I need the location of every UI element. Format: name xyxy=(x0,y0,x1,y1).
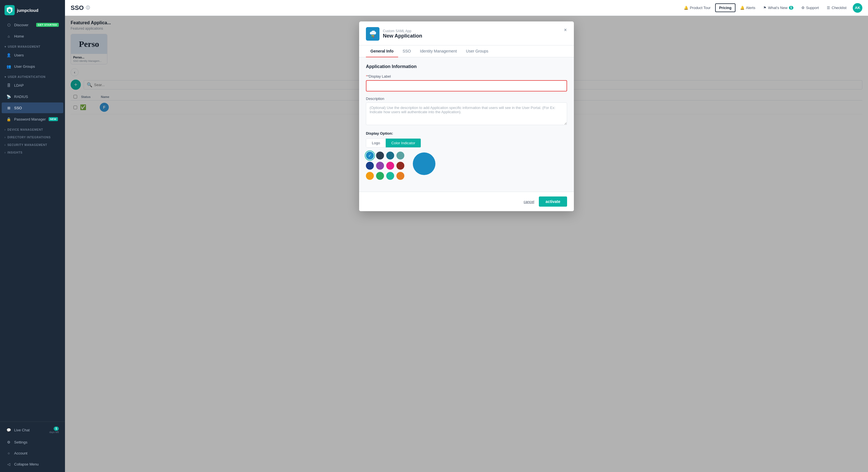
settings-icon: ⚙ xyxy=(6,440,11,445)
sidebar-item-user-groups[interactable]: 👥 User Groups xyxy=(2,61,63,72)
whats-new-button[interactable]: ⚑ What's New 5 xyxy=(760,4,797,11)
modal-close-button[interactable]: × xyxy=(561,26,569,34)
users-icon: 👥 xyxy=(6,64,11,69)
chevron-down-icon: ▾ xyxy=(4,45,6,48)
saml-icon-svg xyxy=(368,29,378,39)
section-user-management[interactable]: ▾ USER MANAGEMENT xyxy=(0,42,65,49)
color-9[interactable] xyxy=(366,172,374,180)
chat-icon: 💬 xyxy=(6,428,11,433)
saml-app-icon xyxy=(366,27,379,41)
section-insights[interactable]: › INSIGHTS xyxy=(0,148,65,155)
modal-body: Application Information **Display Label … xyxy=(359,57,574,192)
get-started-badge: GET STARTED xyxy=(36,23,59,27)
support-button[interactable]: ⚙ Support xyxy=(798,4,823,11)
user-icon: 👤 xyxy=(6,53,11,58)
modal-app-name: New Application xyxy=(383,33,422,39)
wifi-icon: 📡 xyxy=(6,94,11,99)
tab-general-info[interactable]: General Info xyxy=(366,45,398,57)
chevron-down-icon: ▾ xyxy=(4,75,6,78)
color-8[interactable] xyxy=(396,162,404,170)
compass-icon: ⬡ xyxy=(6,22,11,27)
color-3[interactable] xyxy=(386,151,394,160)
display-label-input[interactable] xyxy=(366,80,567,92)
cancel-button[interactable]: cancel xyxy=(524,200,534,204)
svg-rect-5 xyxy=(373,36,374,38)
description-group: Description xyxy=(366,97,567,126)
description-textarea[interactable] xyxy=(366,102,567,125)
tab-user-groups[interactable]: User Groups xyxy=(461,45,493,57)
support-icon: ⚙ xyxy=(801,6,805,10)
info-icon[interactable]: ⓘ xyxy=(86,5,90,10)
product-tour-button[interactable]: 🔔 Product Tour xyxy=(680,4,714,11)
color-11[interactable] xyxy=(386,172,394,180)
section-directory[interactable]: › DIRECTORY INTEGRATIONS xyxy=(0,132,65,140)
collapse-icon: ◁ xyxy=(6,462,11,467)
tab-sso[interactable]: SSO xyxy=(398,45,415,57)
home-icon: ⌂ xyxy=(6,34,11,39)
topbar: SSO ⓘ 🔔 Product Tour Pricing 🔔 Alerts ⚑ xyxy=(65,0,868,16)
display-option-label: Display Option: xyxy=(366,131,567,135)
section-device-mgmt[interactable]: › DEVICE MANAGEMENT xyxy=(0,125,65,132)
lock-icon: 🔒 xyxy=(6,116,11,122)
section-user-auth[interactable]: ▾ USER AUTHENTICATION xyxy=(0,72,65,79)
server-icon: 🗄 xyxy=(6,83,11,88)
chevron-right-icon: › xyxy=(4,151,6,154)
topbar-actions: 🔔 Product Tour Pricing 🔔 Alerts ⚑ What's… xyxy=(680,3,862,13)
color-6[interactable] xyxy=(376,162,384,170)
display-option-btn-group: Logo Color Indicator xyxy=(366,138,421,148)
new-application-modal: Custom SAML App New Application × Genera… xyxy=(359,22,574,211)
modal-app-header: Custom SAML App New Application × xyxy=(359,22,574,45)
alerts-button[interactable]: 🔔 Alerts xyxy=(737,4,758,11)
color-7[interactable] xyxy=(386,162,394,170)
sidebar: jumpcloud ⬡ Discover GET STARTED ⌂ Home … xyxy=(0,0,65,472)
sidebar-item-radius[interactable]: 📡 RADIUS xyxy=(2,91,63,102)
color-2[interactable] xyxy=(376,151,384,160)
tab-identity-management[interactable]: Identity Management xyxy=(415,45,461,57)
sidebar-item-users[interactable]: 👤 Users xyxy=(2,50,63,60)
modal-overlay: Custom SAML App New Application × Genera… xyxy=(65,16,868,472)
sidebar-item-collapse[interactable]: ◁ Collapse Menu xyxy=(2,459,63,469)
color-10[interactable] xyxy=(376,172,384,180)
sidebar-item-home[interactable]: ⌂ Home xyxy=(2,31,63,41)
sidebar-item-live-chat[interactable]: 💬 Live Chat 5 days left xyxy=(2,424,63,436)
color-preview xyxy=(413,153,435,175)
display-label-group: **Display Label xyxy=(366,74,567,92)
color-1[interactable]: ✓ xyxy=(366,151,374,160)
chevron-right-icon: › xyxy=(4,128,6,131)
user-avatar[interactable]: AK xyxy=(853,3,862,13)
sidebar-logo[interactable]: jumpcloud xyxy=(0,0,65,19)
jumpcloud-logo-icon xyxy=(4,5,15,15)
display-label-label: **Display Label xyxy=(366,74,567,78)
logo-btn[interactable]: Logo xyxy=(366,139,386,147)
new-badge: NEW xyxy=(49,117,58,121)
whats-new-badge: 5 xyxy=(789,6,794,10)
sidebar-item-account[interactable]: ○ Account xyxy=(2,448,63,459)
color-4[interactable] xyxy=(396,151,404,160)
modal-tabs: General Info SSO Identity Management Use… xyxy=(359,45,574,57)
pricing-button[interactable]: Pricing xyxy=(715,3,736,12)
page-title: SSO ⓘ xyxy=(71,4,90,11)
sidebar-item-discover[interactable]: ⬡ Discover GET STARTED xyxy=(2,20,63,30)
checklist-button[interactable]: ☰ Checklist xyxy=(824,4,850,11)
color-indicator-btn[interactable]: Color Indicator xyxy=(386,139,421,147)
svg-rect-2 xyxy=(372,35,373,36)
sidebar-item-password-manager[interactable]: 🔒 Password Manager NEW xyxy=(2,114,63,125)
display-option-group: Display Option: Logo Color Indicator ✓ xyxy=(366,131,567,180)
chevron-right-icon: › xyxy=(4,143,6,146)
sidebar-item-ldap[interactable]: 🗄 LDAP xyxy=(2,80,63,91)
bell-icon: 🔔 xyxy=(740,6,745,10)
svg-rect-3 xyxy=(373,35,374,36)
sidebar-item-sso[interactable]: ⊞ SSO xyxy=(2,102,63,113)
account-icon: ○ xyxy=(6,450,11,456)
grid-icon: ⊞ xyxy=(6,105,11,110)
color-5[interactable] xyxy=(366,162,374,170)
section-security[interactable]: › SECURITY MANAGEMENT xyxy=(0,140,65,148)
activate-button[interactable]: activate xyxy=(539,197,567,207)
days-badge: 5 xyxy=(54,427,59,431)
checklist-icon: ☰ xyxy=(827,6,830,10)
color-grid: ✓ xyxy=(366,151,404,180)
flag-icon: ⚑ xyxy=(763,6,767,10)
description-label: Description xyxy=(366,97,567,101)
sidebar-item-settings[interactable]: ⚙ Settings xyxy=(2,437,63,447)
color-12[interactable] xyxy=(396,172,404,180)
